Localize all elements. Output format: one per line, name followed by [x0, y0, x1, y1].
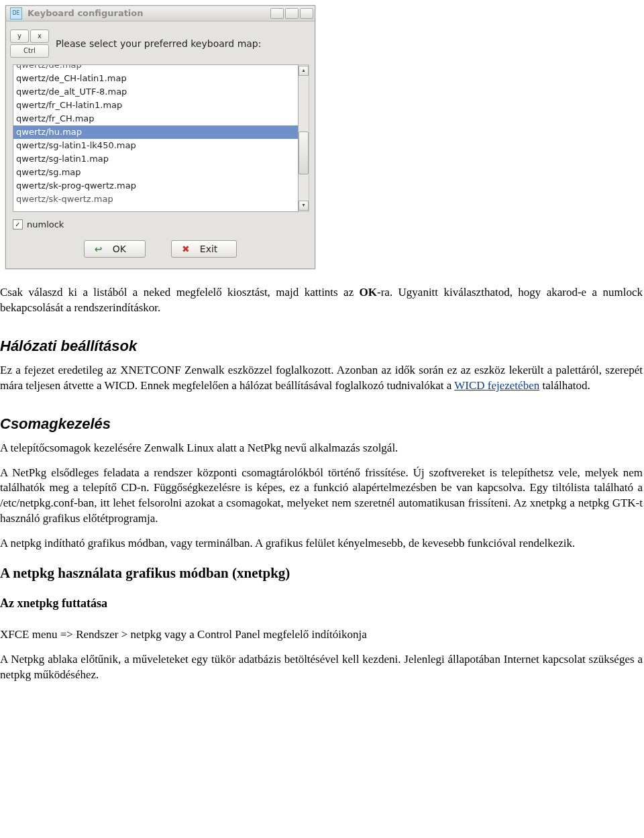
paragraph: Ez a fejezet eredetileg az XNETCONF Zenw… — [0, 363, 643, 394]
numlock-checkbox[interactable]: ✓ — [13, 219, 23, 229]
list-item[interactable]: qwertz/sg.map — [13, 166, 298, 179]
heading-package-management: Csomagkezelés — [0, 414, 643, 434]
list-item[interactable]: qwertz/sg-latin1.map — [13, 152, 298, 166]
numlock-label: numlock — [27, 219, 64, 231]
heading-netpkg-gui: A netpkg használata grafikus módban (xne… — [0, 564, 643, 582]
scroll-up-icon[interactable]: ▴ — [299, 66, 309, 76]
list-item[interactable]: qwertz/fr_CH.map — [13, 112, 298, 125]
ok-button[interactable]: ↩ OK — [84, 240, 146, 258]
back-arrow-icon: ↩ — [93, 244, 105, 254]
close-icon: ✖ — [180, 244, 192, 254]
exit-button[interactable]: ✖ Exit — [171, 240, 237, 258]
list-item[interactable]: qwertz/de.map — [13, 64, 298, 72]
list-item[interactable]: qwertz/sg-latin1-lk450.map — [13, 139, 298, 152]
exit-button-label: Exit — [200, 243, 218, 256]
keycap-graphic: y x Ctrl Please select your preferred ke… — [6, 21, 315, 60]
minimize-button[interactable] — [270, 8, 284, 19]
paragraph: A NetPkg elsődleges feladata a rendszer … — [0, 466, 643, 527]
heading-network-settings: Hálózati beállítások — [0, 336, 643, 356]
list-item[interactable]: qwertz/sk-prog-qwertz.map — [13, 179, 298, 193]
scrollbar[interactable]: ▴ ▾ — [299, 64, 309, 212]
scroll-track[interactable] — [299, 76, 309, 200]
paragraph: XFCE menu => Rendszer > netpkg vagy a Co… — [0, 627, 643, 643]
app-icon: DE — [10, 7, 22, 19]
keyboard-config-window: DE Keyboard configuration y x Ctrl Pleas… — [5, 5, 315, 269]
list-item[interactable]: qwertz/de_alt_UTF-8.map — [13, 85, 298, 99]
heading-xnetpkg-run: Az xnetpkg futtatása — [0, 595, 643, 611]
wicd-chapter-link[interactable]: WICD fejezetében — [454, 379, 539, 392]
maximize-button[interactable] — [285, 8, 299, 19]
list-item[interactable]: qwertz/sk-qwertz.map — [13, 193, 298, 206]
list-item[interactable]: qwertz/fr_CH-latin1.map — [13, 99, 298, 112]
close-window-button[interactable] — [300, 8, 313, 19]
paragraph: Csak válaszd ki a listából a neked megfe… — [0, 285, 643, 316]
window-title: Keyboard configuration — [25, 7, 269, 19]
paragraph: A Netpkg ablaka előtűnik, a műveleteket … — [0, 652, 643, 683]
prompt-label: Please select your preferred keyboard ma… — [50, 38, 261, 50]
paragraph: A netpkg indítható grafikus módban, vagy… — [0, 536, 643, 552]
list-item[interactable]: qwertz/de_CH-latin1.map — [13, 72, 298, 85]
titlebar: DE Keyboard configuration — [6, 6, 315, 21]
ok-button-label: OK — [113, 243, 126, 256]
key-x: x — [30, 30, 49, 43]
key-ctrl: Ctrl — [10, 44, 49, 58]
scroll-down-icon[interactable]: ▾ — [299, 201, 309, 211]
paragraph: A telepítőcsomagok kezelésére Zenwalk Li… — [0, 441, 643, 456]
document-body: Csak válaszd ki a listából a neked megfe… — [0, 269, 644, 693]
keyboard-map-list[interactable]: qwertz/de.mapqwertz/de_CH-latin1.mapqwer… — [13, 64, 299, 212]
key-y: y — [10, 30, 29, 43]
list-item[interactable]: qwertz/hu.map — [13, 125, 298, 139]
scroll-thumb[interactable] — [299, 132, 309, 174]
